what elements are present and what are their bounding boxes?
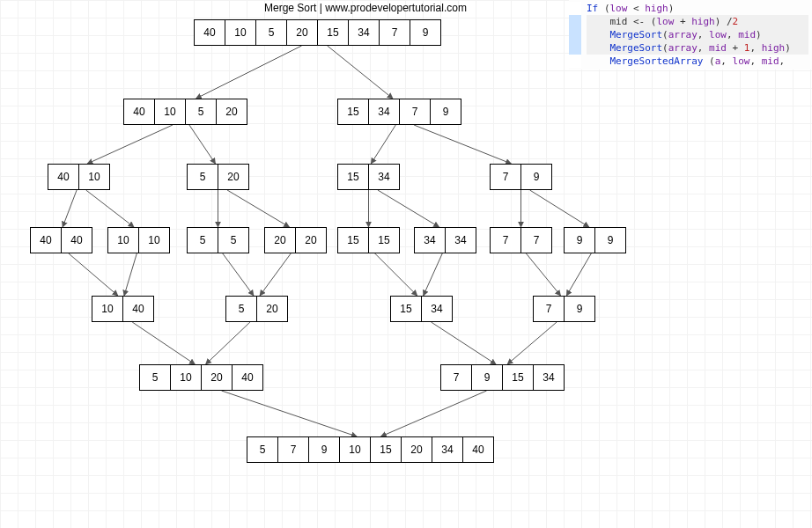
array-cell: 9 [410,19,441,46]
edge-arrow [375,253,417,296]
array-cell: 9 [308,436,340,463]
array-cell: 5 [225,296,257,322]
code-snippet: If (low < high) mid <- (low + high) /2 M… [569,0,812,70]
array-cell: 34 [445,227,476,253]
array-node: 153479 [337,99,461,125]
array-node: 1515 [337,227,400,253]
array-cell: 40 [123,99,155,125]
code-text: MergeSort(array, low, mid) [587,28,808,41]
array-cell: 10 [225,19,256,46]
array-node: 99 [564,227,626,253]
array-cell: 5 [255,19,287,46]
array-node: 4010 [48,164,110,190]
code-line: MergeSort(array, low, mid) [569,28,808,41]
array-node: 1534 [337,164,400,190]
diagram-title: Merge Sort | www.prodevelopertutorial.co… [264,2,467,14]
code-gutter [569,15,581,28]
edge-arrow [424,253,443,296]
code-text: mid <- (low + high) /2 [587,15,808,28]
array-cell: 9 [564,227,595,253]
array-cell: 9 [594,227,626,253]
array-node: 79 [533,296,595,322]
edge-arrow [530,190,589,227]
code-line: mid <- (low + high) /2 [569,15,808,28]
array-cell: 9 [520,164,552,190]
array-cell: 40 [30,227,62,253]
array-cell: 10 [154,99,186,125]
edge-arrow [381,391,487,436]
array-node: 4010520153479 [194,19,441,46]
code-gutter [569,41,581,55]
array-node: 4010520 [123,99,247,125]
array-cell: 7 [440,364,472,391]
array-node: 3434 [414,227,476,253]
array-node: 1040 [92,296,154,322]
array-node: 1534 [390,296,453,322]
code-text: If (low < high) [587,2,808,15]
array-cell: 20 [218,164,249,190]
edge-arrow [132,322,195,364]
array-cell: 34 [368,99,400,125]
code-line: MergeSortedArray (a, low, mid, [569,55,808,68]
array-node: 55 [187,227,249,253]
edge-arrow [206,322,250,364]
array-cell: 15 [390,296,422,322]
array-cell: 34 [368,164,400,190]
array-cell: 34 [421,296,453,322]
array-node: 520 [225,296,288,322]
array-node: 5791015203440 [247,436,494,463]
array-cell: 9 [564,296,595,322]
array-cell: 20 [256,296,288,322]
code-gutter [569,2,581,15]
diagram-stage: Merge Sort | www.prodevelopertutorial.co… [0,0,812,528]
edge-arrow [223,253,254,296]
array-node: 791534 [440,364,565,391]
array-cell: 10 [170,364,202,391]
edge-arrow [189,125,216,164]
edge-arrow [378,190,439,227]
array-cell: 5 [187,227,218,253]
array-cell: 5 [185,99,217,125]
edge-arrow [566,253,591,296]
edge-arrow [328,46,393,99]
array-node: 4040 [30,227,92,253]
edge-arrow [124,253,137,296]
array-cell: 15 [368,227,400,253]
array-cell: 7 [277,436,309,463]
array-cell: 34 [432,436,463,463]
array-cell: 20 [216,99,247,125]
array-cell: 40 [232,364,263,391]
array-cell: 7 [490,164,521,190]
array-cell: 5 [247,436,278,463]
array-cell: 9 [430,99,461,125]
array-cell: 10 [78,164,110,190]
array-cell: 10 [92,296,123,322]
array-cell: 7 [520,227,552,253]
edge-arrow [222,391,358,436]
array-cell: 40 [61,227,92,253]
array-cell: 5 [218,227,249,253]
array-cell: 40 [462,436,494,463]
array-cell: 20 [286,19,318,46]
array-cell: 7 [490,227,521,253]
array-node: 520 [187,164,249,190]
array-cell: 15 [502,364,534,391]
array-cell: 40 [48,164,79,190]
array-cell: 10 [107,227,139,253]
array-cell: 20 [201,364,233,391]
array-cell: 10 [138,227,170,253]
array-cell: 5 [187,164,218,190]
array-cell: 34 [414,227,446,253]
edge-arrow [86,190,134,227]
array-cell: 15 [337,164,369,190]
array-cell: 40 [194,19,225,46]
array-cell: 15 [337,99,369,125]
edge-arrow [414,125,511,164]
edge-arrow [432,322,497,364]
edge-arrow [87,125,173,164]
edge-arrow [260,253,291,296]
array-node: 5102040 [139,364,263,391]
code-gutter [569,55,581,68]
code-text: MergeSort(array, mid + 1, high) [587,41,808,55]
code-line: If (low < high) [569,2,808,15]
